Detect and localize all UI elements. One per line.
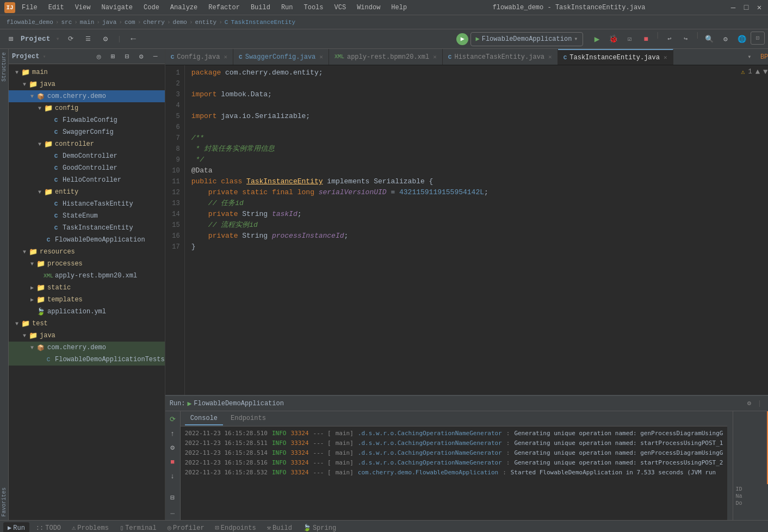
tree-item-resources[interactable]: ▼ 📁 resources (9, 246, 165, 258)
tab-close-task[interactable]: ✕ (664, 54, 667, 61)
breadcrumb-current[interactable]: TaskInstanceEntity (231, 19, 295, 26)
tree-item-app-tests[interactable]: C FlowableDemoApplicationTests (9, 354, 165, 366)
breadcrumb-item[interactable]: main (80, 19, 94, 26)
bottom-tab-run[interactable]: ▶ Run (3, 522, 29, 532)
project-panel-expand-button[interactable]: ⊞ (107, 51, 119, 63)
menu-help[interactable]: Help (389, 3, 409, 13)
tab-swagger[interactable]: C SwaggerConfig.java ✕ (233, 49, 329, 65)
toolbar-settings-button[interactable]: ⚙ (98, 32, 113, 47)
tree-item-controller[interactable]: ▼ 📁 controller (9, 138, 165, 150)
tree-item-good-controller[interactable]: C GoodController (9, 162, 165, 174)
favorites-tab[interactable]: Favorites (0, 484, 8, 520)
search-button[interactable]: 🔍 (702, 32, 717, 47)
tree-item-static[interactable]: ▶ 📁 static (9, 282, 165, 294)
stop-button[interactable]: ■ (639, 32, 654, 47)
run-config-selector[interactable]: ▶ FlowableDemoApplication ▾ (470, 32, 583, 46)
project-panel-locate-button[interactable]: ◎ (93, 51, 105, 63)
run-collapse-button[interactable]: ⊟ (166, 492, 178, 504)
tab-close-histance[interactable]: ✕ (548, 53, 552, 60)
coverage-button[interactable]: ☑ (622, 32, 637, 47)
menu-run[interactable]: Run (279, 3, 295, 13)
tree-item-templates[interactable]: ▶ 📁 templates (9, 294, 165, 306)
layout-button[interactable]: ⊡ (751, 32, 765, 45)
undo-button[interactable]: ↩ (662, 32, 677, 47)
tree-item-main[interactable]: ▼ 📁 main (9, 66, 165, 78)
tab-close-config[interactable]: ✕ (224, 53, 227, 60)
tree-item-hello-controller[interactable]: C HelloController (9, 174, 165, 186)
tree-item-application-yml[interactable]: 🍃 application.yml (9, 306, 165, 318)
menu-analyze[interactable]: Analyze (168, 3, 200, 13)
run-stop-button[interactable]: ■ (166, 456, 178, 468)
run-settings-tool-button[interactable]: ⚙ (166, 442, 178, 454)
breadcrumb-item[interactable]: flowable_demo (7, 19, 53, 26)
bottom-tab-build[interactable]: ⚒ Build (263, 522, 296, 532)
menu-edit[interactable]: Edit (46, 3, 66, 13)
bottom-tab-profiler[interactable]: ◎ Profiler (163, 522, 209, 532)
tree-item-test[interactable]: ▼ 📁 test (9, 318, 165, 330)
tree-item-processes[interactable]: ▼ 📁 processes (9, 258, 165, 270)
toolbar-back-button[interactable]: ← (126, 32, 141, 47)
tree-item-histance-task[interactable]: C HistanceTaskEntity (9, 198, 165, 210)
breadcrumb-item[interactable]: src (61, 19, 72, 26)
tree-item-bpmn-xml[interactable]: XML apply-rest.bpmn20.xml (9, 270, 165, 282)
tree-item-flowable-app[interactable]: C FlowableDemoApplication (9, 234, 165, 246)
bottom-tab-endpoints[interactable]: ⊡ Endpoints (211, 522, 261, 532)
settings-main-button[interactable]: ⚙ (718, 32, 733, 47)
project-panel-minimize-button[interactable]: — (150, 51, 162, 63)
breadcrumb-item[interactable]: entity (195, 19, 217, 26)
tree-item-config[interactable]: ▼ 📁 config (9, 102, 165, 114)
bpm-tab[interactable]: BPM (756, 49, 768, 65)
redo-button[interactable]: ↪ (678, 32, 693, 47)
menu-tools[interactable]: Tools (302, 3, 326, 13)
run-tab-endpoints[interactable]: Endpoints (225, 412, 271, 425)
tab-overflow-button[interactable]: ▾ (743, 49, 756, 65)
menu-bar[interactable]: File Edit View Navigate Code Analyze Ref… (20, 3, 409, 13)
run-button[interactable]: ▶ (590, 32, 605, 47)
code-content[interactable]: package com.cherry.demo.entity; import l… (185, 65, 768, 395)
tab-config[interactable]: C Config.java ✕ (165, 49, 233, 65)
close-button[interactable]: ✕ (755, 3, 764, 12)
tree-item-state-enum[interactable]: C StateEnum (9, 210, 165, 222)
bottom-tab-problems[interactable]: ⚠ Problems (67, 522, 113, 532)
tab-task-instance[interactable]: C TaskInstanceEntity.java ✕ (558, 49, 673, 65)
breadcrumb-item[interactable]: demo (173, 19, 187, 26)
menu-window[interactable]: Window (355, 3, 382, 13)
run-scroll-down-button[interactable]: ↓ (166, 470, 178, 482)
tree-item-flowable-config[interactable]: C FlowableConfig (9, 114, 165, 126)
code-editor[interactable]: ⚠ 1 ▲ ▼ 1 2 3 4 5 6 7 8 9 10 11 12 13 14 (165, 65, 768, 395)
bottom-tab-todo[interactable]: :: TODO (32, 523, 65, 533)
warning-nav-down[interactable]: ▼ (763, 67, 767, 76)
bottom-tab-spring[interactable]: 🍃 Spring (299, 522, 340, 532)
tab-close-swagger[interactable]: ✕ (319, 53, 323, 60)
toolbar-collapse-button[interactable]: ☰ (80, 32, 96, 47)
menu-view[interactable]: View (73, 3, 93, 13)
translate-button[interactable]: 🌐 (734, 32, 750, 47)
tree-item-java-test[interactable]: ▼ 📁 java (9, 330, 165, 342)
debug-button[interactable]: 🐞 (606, 32, 621, 47)
menu-file[interactable]: File (20, 3, 40, 13)
run-settings-button[interactable]: ⚙ (747, 399, 751, 407)
tree-item-entity[interactable]: ▼ 📁 entity (9, 186, 165, 198)
run-restart-button[interactable]: ⟳ (166, 413, 178, 425)
tree-item-task-instance-entity[interactable]: C TaskInstanceEntity (9, 222, 165, 234)
menu-build[interactable]: Build (249, 3, 272, 13)
structure-tab[interactable]: Structure (0, 49, 8, 85)
menu-vcs[interactable]: VCS (332, 3, 349, 13)
breadcrumb-item[interactable]: java (102, 19, 116, 26)
tree-item-demo-controller[interactable]: C DemoController (9, 150, 165, 162)
menu-code[interactable]: Code (141, 3, 162, 13)
bottom-tab-terminal[interactable]: ▯ Terminal (115, 522, 161, 532)
breadcrumb-item[interactable]: cherry (143, 19, 165, 26)
warning-nav-up[interactable]: ▲ (755, 67, 760, 76)
menu-refactor[interactable]: Refactor (206, 3, 242, 13)
maximize-button[interactable]: □ (742, 3, 751, 12)
tab-bpmn[interactable]: XML apply-rest.bpmn20.xml ✕ (329, 49, 443, 65)
run-scroll-up-button[interactable]: ↑ (166, 428, 178, 440)
project-toggle-button[interactable]: ⊞ (3, 32, 18, 47)
toolbar-sync-button[interactable]: ⟳ (63, 32, 78, 47)
tree-item-swagger-config[interactable]: C SwaggerConfig (9, 126, 165, 138)
minimize-button[interactable]: — (729, 3, 738, 12)
breadcrumb-item[interactable]: com (125, 19, 135, 26)
tab-close-bpmn[interactable]: ✕ (433, 53, 437, 60)
window-controls[interactable]: — □ ✕ (729, 3, 764, 12)
